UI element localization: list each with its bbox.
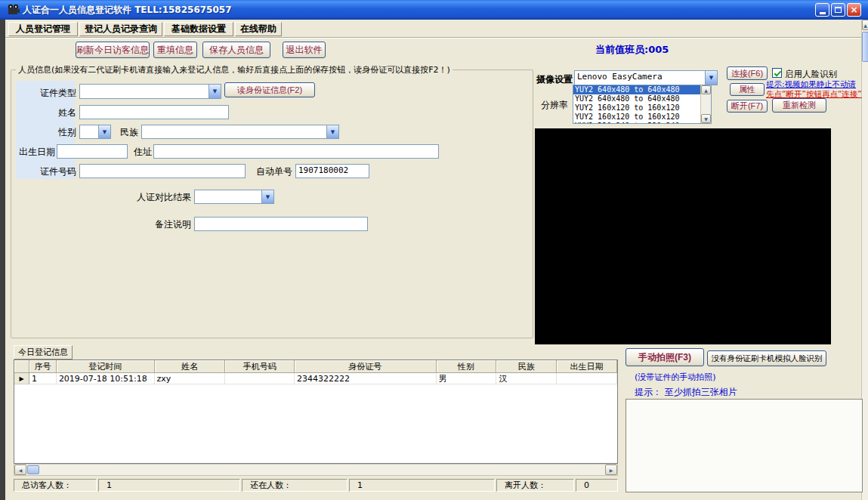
app-icon [7,3,20,17]
status-bar: 总访客人数：1还在人数：1离开人数：0 [14,479,618,492]
manual-capture-button[interactable]: 手动拍照(F3) [626,348,704,366]
camera-device-select[interactable]: Lenovo EasyCamera ▼ [574,70,718,85]
camera-connect-button[interactable]: 连接(F6) [727,66,768,80]
restore-icon [835,7,842,13]
resolution-listbox-frame: YUY2 640x480 to 640x480YUY2 640x480 to 6… [573,85,712,124]
grid-column-header[interactable]: 身份证号 [295,360,437,373]
grid-body: ▶12019-07-18 10:51:18zxy2344322222男汉 [14,373,617,463]
scroll-thumb[interactable] [27,465,39,474]
resolution-option[interactable]: YUY2 320x240 to 320x240 [573,122,700,123]
grid-column-header[interactable]: 出生日期 [557,360,617,373]
exit-software-button[interactable]: 退出软件 [283,42,326,58]
table-cell [225,373,295,384]
minimize-button[interactable] [815,3,829,17]
resolution-option[interactable]: YUY2 640x480 to 640x480 [573,85,700,94]
table-cell: 2019-07-18 10:51:18 [57,373,155,384]
read-id-card-button[interactable]: 读身份证信息(F2) [224,82,315,97]
resolution-listbox: YUY2 640x480 to 640x480YUY2 640x480 to 6… [573,85,700,123]
scroll-up-button[interactable]: ▲ [701,85,711,94]
status-label-2: 还在人数： [242,479,348,492]
table-cell [557,373,617,384]
camera-settings-label: 摄像设置 [536,73,573,86]
scroll-down-button[interactable]: ▼ [701,114,711,123]
camera-disconnect-button[interactable]: 断开(F7) [727,100,768,113]
camera-device-value: Lenovo EasyCamera [577,72,704,82]
table-cell: 1 [29,373,57,384]
video-preview [535,128,831,344]
table-cell: 汉 [496,373,557,384]
tab-record-query[interactable]: 登记人员记录查询 [79,22,162,36]
scroll-thumb[interactable] [862,32,868,62]
restore-button[interactable] [831,3,845,17]
camera-properties-button[interactable]: 属性 [730,83,765,96]
cert-type-label: 证件类型 [29,87,76,100]
grid-column-header[interactable]: 登记时间 [57,360,155,373]
registrations-table: 序号登记时间姓名手机号码身份证号性别民族出生日期 ▶12019-07-18 10… [14,360,618,464]
camera-redetect-button[interactable]: 重新检测 [772,98,826,113]
chevron-down-icon[interactable]: ▼ [98,125,110,138]
app-window: 人证合一人员信息登记软件 TELL:15825675057 × ▲ 人员登记管理… [0,0,868,500]
table-cell: zxy [155,373,226,384]
grid-column-header[interactable]: 姓名 [155,360,226,373]
close-icon: × [850,5,857,14]
save-person-button[interactable]: 保存人员信息 [202,42,270,58]
person-info-group-title: 人员信息(如果没有二代证刷卡机请直接输入来登记人信息，输好后直接点上面的保存按钮… [16,64,453,76]
status-value-2: 1 [349,479,495,492]
gender-select[interactable]: ▼ [79,125,111,139]
grid-header: 序号登记时间姓名手机号码身份证号性别民族出生日期 [14,360,617,373]
desktop-edge-strip [0,20,5,500]
simulate-face-recognition-button[interactable]: 没有身份证刷卡机模拟人脸识别 [707,350,826,366]
refill-info-button[interactable]: 重填信息 [153,42,197,58]
status-label-1: 总访客人数： [14,479,97,492]
grid-column-header[interactable]: 民族 [496,360,557,373]
grid-column-header[interactable]: 手机号码 [225,360,295,373]
birth-date-field[interactable] [57,144,128,159]
cert-type-select[interactable]: ▼ [79,84,221,99]
resolution-option[interactable]: YUY2 640x480 to 640x480 [573,94,700,103]
enable-face-recognition-checkbox[interactable] [772,68,782,78]
resolution-option[interactable]: YUY2 160x120 to 160x120 [573,113,700,122]
nation-select[interactable]: ▼ [141,125,339,139]
close-button[interactable]: × [847,3,861,17]
auto-no-field[interactable]: 1907180002 [295,164,369,178]
tab-divider [5,37,861,39]
table-row[interactable]: ▶12019-07-18 10:51:18zxy2344322222男汉 [14,373,617,384]
window-title: 人证合一人员信息登记软件 TELL:15825675057 [23,4,232,17]
grid-column-header[interactable]: 序号 [29,360,57,373]
cert-no-field[interactable] [79,164,246,178]
face-compare-result-label: 人证对比结果 [129,191,191,204]
chevron-down-icon[interactable]: ▼ [209,85,221,98]
address-label: 住址 [131,146,152,159]
remark-field[interactable] [194,217,368,231]
face-compare-result-select[interactable]: ▼ [194,190,274,204]
tab-personnel-register[interactable]: 人员登记管理 [8,22,78,36]
scroll-left-button[interactable]: ◀ [14,465,26,475]
capture-count-hint: 提示： 至少抓拍三张相片 [635,386,737,399]
person-info-group: 人员信息(如果没有二代证刷卡机请直接输入来登记人信息，输好后直接点上面的保存按钮… [11,69,533,338]
captured-photos-panel [626,399,863,492]
grid-column-header[interactable]: 性别 [437,360,497,373]
chevron-down-icon[interactable]: ▼ [705,71,717,85]
tab-online-help[interactable]: 在线帮助 [235,22,282,36]
status-value-1: 1 [98,479,240,492]
table-horizontal-scrollbar[interactable]: ◀ ▶ [14,464,618,476]
enable-face-recognition-label: 启用人脸识别 [785,69,837,80]
remark-label: 备注说明 [149,218,191,231]
gender-label: 性别 [29,126,76,139]
refresh-today-visitors-button[interactable]: 刷新今日访客信息 [76,42,150,58]
chevron-down-icon[interactable]: ▼ [326,125,338,138]
resolution-scrollbar[interactable]: ▲ ▼ [700,85,711,123]
address-field[interactable] [153,144,439,159]
row-selector-icon: ▶ [14,373,29,384]
scroll-up-button[interactable]: ▲ [862,20,868,30]
status-value-3: 0 [576,479,618,492]
name-field[interactable] [79,105,229,119]
tab-base-data[interactable]: 基础数据设置 [164,22,233,36]
auto-no-label: 自动单号 [250,165,292,178]
chevron-down-icon[interactable]: ▼ [261,190,273,203]
scroll-right-button[interactable]: ▶ [605,465,617,475]
manual-capture-note: (没带证件的手动拍照) [635,372,716,383]
resolution-option[interactable]: YUY2 160x120 to 160x120 [573,103,700,113]
today-registrations-caption: 今日登记信息 [14,345,73,360]
video-hint-line1: 提示:视频如果静止不动请 [766,79,867,89]
